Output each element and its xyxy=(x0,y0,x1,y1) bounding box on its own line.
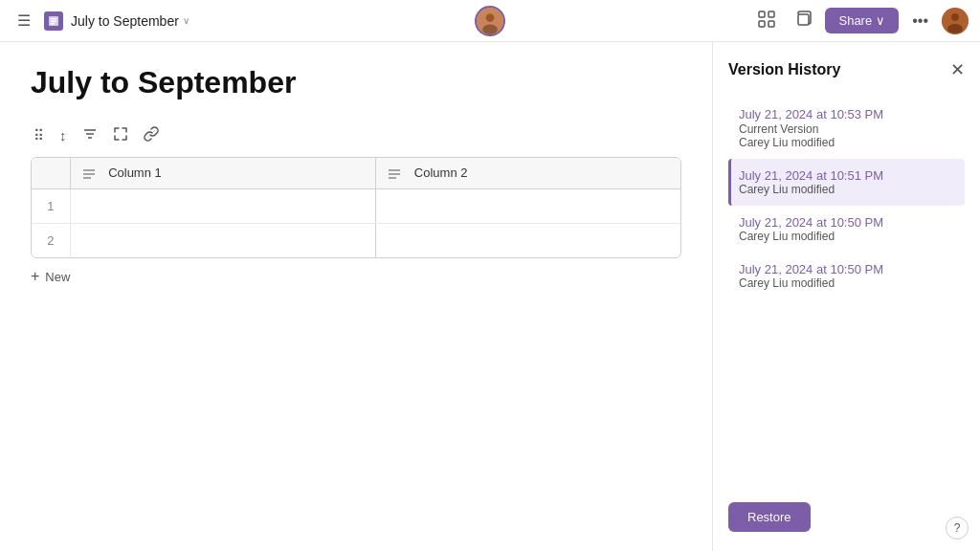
sidebar-toggle-button[interactable]: ☰ xyxy=(11,8,36,33)
cell-col1-row2[interactable] xyxy=(70,223,376,257)
topbar-right: Share ∨ ••• xyxy=(752,7,969,35)
svg-rect-3 xyxy=(51,23,55,25)
version-item-1[interactable]: July 21, 2024 at 10:51 PM Carey Liu modi… xyxy=(728,159,965,206)
svg-rect-1 xyxy=(51,18,56,20)
column-2-header: Column 2 xyxy=(376,158,680,188)
version-date: July 21, 2024 at 10:50 PM xyxy=(739,262,957,276)
page-title: July to September xyxy=(31,65,681,100)
svg-rect-9 xyxy=(759,21,765,27)
restore-section: Restore xyxy=(728,487,965,532)
data-table: Column 1 Column 2 xyxy=(31,157,681,258)
topbar: ☰ July to September ∨ xyxy=(0,0,980,42)
version-list: July 21, 2024 at 10:53 PM Current Versio… xyxy=(728,98,965,487)
help-button[interactable]: ? xyxy=(946,517,969,540)
share-label: Share xyxy=(838,13,872,28)
version-item-2[interactable]: July 21, 2024 at 10:50 PM Carey Liu modi… xyxy=(728,206,965,253)
version-user: Carey Liu modified xyxy=(739,230,957,243)
col2-icon xyxy=(388,165,409,180)
row-number: 1 xyxy=(32,188,70,223)
col1-icon xyxy=(82,165,103,180)
sort-icon[interactable]: ↕ xyxy=(56,124,70,146)
more-options-button[interactable]: ••• xyxy=(906,9,934,33)
share-chevron-icon: ∨ xyxy=(876,13,885,28)
version-history-panel: Version History ✕ July 21, 2024 at 10:53… xyxy=(712,42,980,551)
plus-icon: + xyxy=(31,268,39,285)
table-row[interactable]: 2 xyxy=(32,223,680,257)
doc-title[interactable]: July to September ∨ xyxy=(71,13,189,29)
row-number: 2 xyxy=(32,223,70,257)
version-user: Carey Liu modified xyxy=(739,276,957,290)
drag-handle-icon[interactable]: ⠿ xyxy=(31,124,47,147)
apps-button[interactable] xyxy=(752,7,781,35)
svg-point-6 xyxy=(482,24,498,34)
share-button[interactable]: Share ∨ xyxy=(825,8,899,33)
svg-rect-2 xyxy=(51,20,56,22)
svg-point-13 xyxy=(951,13,959,21)
panel-header: Version History ✕ xyxy=(728,61,965,78)
topbar-center xyxy=(475,6,505,36)
table-row[interactable]: 1 xyxy=(32,188,680,223)
close-panel-button[interactable]: ✕ xyxy=(950,61,965,78)
panel-title: Version History xyxy=(728,61,840,78)
version-label: Current Version xyxy=(739,122,957,136)
svg-rect-10 xyxy=(768,21,774,27)
version-date: July 21, 2024 at 10:51 PM xyxy=(739,168,957,183)
column-1-header: Column 1 xyxy=(70,158,376,188)
expand-icon[interactable] xyxy=(110,123,131,147)
current-user-avatar xyxy=(942,8,969,34)
share-copy-button[interactable] xyxy=(789,7,817,35)
svg-point-14 xyxy=(947,24,963,33)
cell-col2-row2[interactable] xyxy=(376,223,680,257)
svg-rect-11 xyxy=(798,14,809,25)
version-date: July 21, 2024 at 10:50 PM xyxy=(739,215,957,230)
cell-col2-row1[interactable] xyxy=(376,188,680,223)
col2-label: Column 2 xyxy=(414,165,468,180)
add-row-button[interactable]: + New xyxy=(31,268,681,285)
svg-rect-8 xyxy=(768,11,774,17)
version-date: July 21, 2024 at 10:53 PM xyxy=(739,107,957,121)
main-area: July to September ⠿ ↕ xyxy=(0,42,980,551)
svg-point-5 xyxy=(486,13,495,22)
doc-title-text: July to September xyxy=(71,13,179,29)
table-toolbar: ⠿ ↕ xyxy=(31,123,681,147)
filter-icon[interactable] xyxy=(79,123,100,147)
restore-button[interactable]: Restore xyxy=(728,502,811,532)
link-icon[interactable] xyxy=(141,123,162,147)
version-item-3[interactable]: July 21, 2024 at 10:50 PM Carey Liu modi… xyxy=(728,253,965,299)
doc-icon xyxy=(44,11,63,31)
version-user: Carey Liu modified xyxy=(739,183,957,196)
doc-title-chevron-icon: ∨ xyxy=(183,15,189,26)
svg-rect-7 xyxy=(759,11,765,17)
topbar-left: ☰ July to September ∨ xyxy=(11,8,189,33)
content-area: July to September ⠿ ↕ xyxy=(0,42,712,551)
col1-label: Column 1 xyxy=(108,165,162,180)
version-user: Carey Liu modified xyxy=(739,136,957,149)
version-item-0[interactable]: July 21, 2024 at 10:53 PM Current Versio… xyxy=(728,98,965,159)
user-avatar xyxy=(475,6,505,36)
svg-line-18 xyxy=(147,130,155,138)
cell-col1-row1[interactable] xyxy=(70,188,376,223)
new-row-label: New xyxy=(45,270,70,284)
